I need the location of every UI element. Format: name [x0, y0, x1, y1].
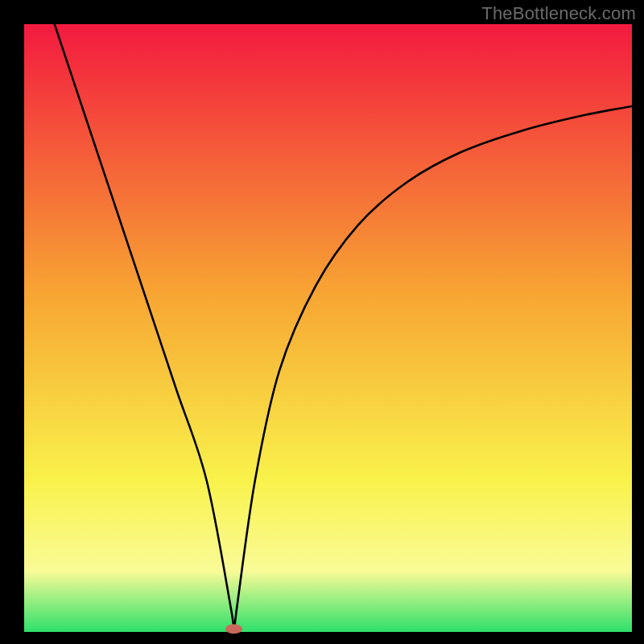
chart-frame: TheBottleneck.com [0, 0, 644, 644]
plot-background [24, 24, 632, 632]
bottleneck-chart [0, 0, 644, 644]
watermark-text: TheBottleneck.com [481, 3, 636, 24]
optimal-point-marker [225, 624, 242, 634]
